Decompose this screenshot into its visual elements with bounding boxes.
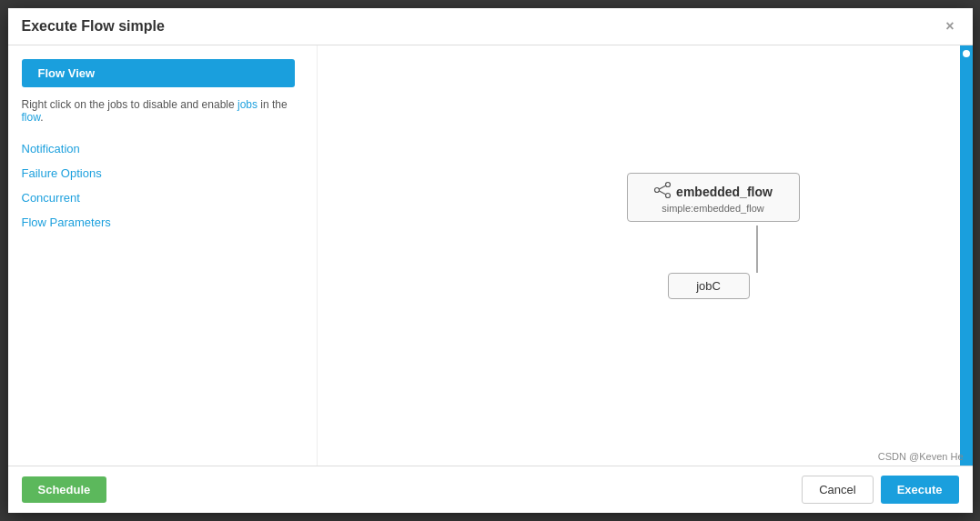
hint-highlight2: flow	[22, 111, 41, 124]
accent-dot	[963, 50, 970, 57]
svg-point-1	[666, 183, 671, 187]
modal-footer: Schedule Cancel Execute	[8, 466, 973, 513]
left-panel: Flow View Right click on the jobs to dis…	[8, 45, 318, 466]
embedded-flow-subtitle: simple:embedded_flow	[639, 203, 788, 214]
flow-canvas-panel: embedded_flow simple:embedded_flow jobC …	[318, 45, 973, 466]
embedded-flow-title: embedded_flow	[676, 185, 773, 199]
jobc-node[interactable]: jobC	[668, 273, 750, 299]
flow-icon	[653, 181, 672, 203]
svg-point-0	[655, 188, 660, 193]
svg-point-2	[666, 194, 671, 198]
footer-right: Cancel Execute	[802, 476, 958, 504]
connector-line	[756, 225, 758, 273]
sidebar-item-notification[interactable]: Notification	[22, 136, 303, 161]
node-header: embedded_flow	[639, 181, 788, 203]
hint-text-content: Right click on the jobs to disable and e…	[22, 98, 288, 124]
modal-title: Execute Flow simple	[22, 18, 165, 35]
jobc-title: jobC	[682, 279, 736, 293]
svg-line-4	[660, 191, 666, 195]
sidebar-item-failure-options[interactable]: Failure Options	[22, 161, 303, 185]
flow-view-button[interactable]: Flow View	[22, 59, 295, 87]
hint-text: Right click on the jobs to disable and e…	[22, 98, 303, 124]
modal-header: Execute Flow simple ×	[8, 8, 973, 45]
watermark: CSDN @Keven He	[878, 451, 964, 462]
side-accent	[960, 45, 973, 466]
cancel-button[interactable]: Cancel	[802, 476, 873, 504]
modal: Execute Flow simple × Flow View Right cl…	[8, 8, 973, 513]
close-button[interactable]: ×	[941, 17, 958, 35]
hint-highlight: jobs	[237, 98, 258, 111]
svg-line-3	[660, 185, 666, 189]
embedded-flow-node[interactable]: embedded_flow simple:embedded_flow	[627, 173, 800, 222]
modal-body: Flow View Right click on the jobs to dis…	[8, 45, 973, 466]
sidebar-item-flow-parameters[interactable]: Flow Parameters	[22, 210, 303, 235]
flow-canvas: embedded_flow simple:embedded_flow jobC	[318, 45, 973, 466]
sidebar-item-concurrent[interactable]: Concurrent	[22, 185, 303, 210]
execute-button[interactable]: Execute	[881, 476, 959, 504]
schedule-button[interactable]: Schedule	[22, 476, 107, 503]
